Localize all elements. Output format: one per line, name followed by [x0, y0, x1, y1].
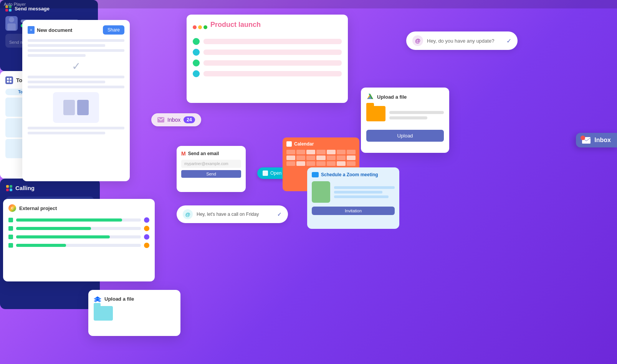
- calling-title: Calling: [15, 185, 35, 191]
- doc-icon: ≡: [28, 26, 35, 34]
- task-fill: [16, 218, 122, 222]
- svg-rect-7: [10, 81, 12, 83]
- send-email-title: Send an email: [188, 151, 219, 156]
- dot-red: [193, 25, 197, 29]
- upload-line: [389, 116, 427, 119]
- mail-icon: [157, 117, 164, 122]
- cal-cell: [316, 156, 325, 160]
- status-circle: [144, 217, 149, 223]
- zoom-content: [312, 181, 395, 203]
- email-input[interactable]: mypartner@example.com: [181, 160, 241, 168]
- chat-check-icon: ✓: [277, 211, 282, 217]
- slack-square: [6, 185, 9, 188]
- title-row: ≡ New document: [28, 26, 72, 34]
- zoom-title: Schedule a Zoom meeting: [321, 172, 378, 177]
- cal-cell: [286, 156, 295, 160]
- slack-square: [5, 9, 8, 12]
- cal-cell: [316, 150, 325, 154]
- calendar-mini-icon: [263, 170, 268, 176]
- at-icon: @: [412, 35, 423, 46]
- document-logo-area: [53, 92, 99, 123]
- doc-line: [28, 86, 124, 88]
- upload-lines: [389, 111, 444, 119]
- upload-content: [366, 106, 444, 124]
- task-bars: [8, 217, 149, 248]
- product-launch-title: Product launch: [210, 21, 261, 29]
- logo-shape-1: [63, 100, 75, 115]
- upload-button[interactable]: Upload: [366, 130, 444, 142]
- zoom-lines: [334, 181, 395, 203]
- zoom-meeting-card: Schedule a Zoom meeting Invitation: [307, 167, 399, 229]
- folder-icon: [366, 106, 385, 121]
- task-fill: [16, 244, 66, 247]
- cal-cell: [327, 161, 336, 166]
- cal-cell: [286, 150, 295, 154]
- upload-bottom-title: Upload a file: [104, 296, 134, 302]
- folder-bottom-icon: [94, 306, 113, 321]
- card-header: ≡ New document Share: [28, 25, 124, 35]
- task-dot: [8, 218, 13, 222]
- task-bar: [203, 71, 342, 76]
- cal-cell: [286, 161, 295, 166]
- doc-line: [28, 81, 105, 83]
- todo-icon: [5, 76, 13, 84]
- user-avatar: [5, 16, 18, 31]
- zoom-line: [334, 186, 395, 189]
- doc-line: [28, 44, 105, 47]
- task-bar-row: [8, 234, 149, 240]
- cal-cell: [337, 161, 346, 166]
- task-row: [193, 70, 342, 77]
- share-button[interactable]: Share: [103, 25, 124, 35]
- upload-file-card-bottom: Upload a file: [88, 290, 180, 336]
- zoom-avatar: [312, 181, 330, 203]
- task-track: [16, 235, 141, 238]
- invitation-button[interactable]: Invitation: [312, 207, 395, 215]
- cal-cell: [347, 150, 356, 154]
- calendar-title: Calendar: [294, 141, 314, 147]
- inbox-right-card[interactable]: Inbox: [576, 133, 617, 147]
- folder-bottom-tab: [94, 303, 101, 307]
- upload-file-card-top: Upload a file Upload: [361, 88, 449, 153]
- task-bar: [203, 60, 342, 66]
- chat-at-icon: @: [183, 209, 193, 219]
- doc-line: [28, 76, 124, 78]
- slack-square: [10, 185, 12, 188]
- email-pill-text: Hey, do you have any update?: [427, 38, 503, 44]
- inbox-mail-wrapper: [582, 137, 591, 144]
- doc-line: [28, 127, 124, 129]
- product-launch-card: Product launch: [187, 15, 348, 103]
- clickup-icon: C: [8, 204, 16, 212]
- task-row: [193, 60, 342, 66]
- task-bar: [203, 39, 342, 44]
- task-dot: [193, 60, 200, 66]
- task-track: [16, 244, 141, 247]
- new-document-title: New document: [37, 27, 72, 33]
- send-button[interactable]: Send: [181, 170, 241, 178]
- slack-icon-calling: [6, 185, 12, 191]
- external-project-card: C External project: [3, 199, 155, 281]
- cal-cell: [296, 156, 305, 160]
- zoom-header: Schedule a Zoom meeting: [312, 172, 395, 177]
- task-dot: [8, 235, 13, 239]
- doc-line: [28, 39, 124, 42]
- task-dot: [193, 70, 200, 77]
- task-bar-row: [8, 217, 149, 223]
- check-icon: ✓: [506, 37, 511, 45]
- doc-line: [28, 54, 86, 57]
- inbox-pill[interactable]: Inbox 24: [151, 113, 201, 126]
- cal-cell: [306, 161, 315, 166]
- svg-rect-5: [10, 78, 12, 80]
- inbox-right-label: Inbox: [594, 137, 611, 144]
- cal-cell: [337, 150, 346, 154]
- slack-square: [6, 189, 9, 191]
- product-header: Product launch: [193, 21, 342, 34]
- upload-title: Upload a file: [377, 94, 407, 100]
- upload-line: [389, 111, 444, 114]
- task-bar-row: [8, 226, 149, 231]
- gdrive-icon: [366, 93, 374, 101]
- svg-rect-4: [7, 78, 9, 80]
- gmail-header: M Send an email: [181, 151, 241, 157]
- folder-container: [366, 106, 385, 124]
- calendar-header: Calendar: [286, 141, 356, 147]
- new-document-card: ≡ New document Share ✓: [22, 20, 130, 181]
